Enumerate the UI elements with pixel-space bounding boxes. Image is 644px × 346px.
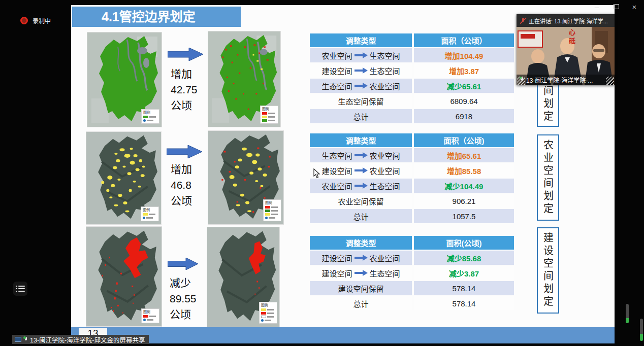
row-label: 农业空间: [370, 253, 400, 263]
row-label: 农业空间: [370, 165, 400, 176]
maximize-button[interactable]: [609, 1, 623, 12]
column-header: 面积(公顷): [414, 236, 514, 250]
screen-share-banner: 13-闽江学院-海洋学院-邱文金的屏幕共享: [12, 335, 149, 344]
table-construction-space: 调整类型面积(公顷) 建设空间农业空间减少85.68 建设空间生态空间减少3.8…: [310, 236, 514, 312]
row-label: 生态空间: [321, 81, 352, 91]
area-value: 6918: [456, 112, 472, 121]
map-agricultural-before: 图例: [86, 132, 161, 224]
recording-indicator: 录制中: [20, 16, 51, 25]
row-label: 农业空间: [370, 81, 400, 91]
map-agricultural-after: 图例: [208, 131, 283, 224]
row-label: 建设空间: [321, 253, 352, 263]
table-ecological-space: 调整类型面积（公顷） 农业空间生态空间增加104.49 建设空间生态空间增加3.…: [310, 33, 514, 124]
area-value: 减少65.61: [447, 81, 481, 91]
transition-arrow-3: [168, 258, 198, 272]
transition-arrow-1: [168, 48, 203, 63]
legend-swatch-red: [261, 312, 266, 315]
video-thumbnail: 心砥 13-闽江学院-海洋学院-...: [517, 27, 615, 85]
row-label: 生态空间: [321, 150, 352, 161]
table-row: 生态空间农业空间增加65.61: [310, 148, 514, 162]
map-legend: 图例: [141, 308, 159, 323]
area-value: 减少85.68: [447, 253, 481, 263]
row-label: 生态空间保留: [338, 96, 383, 107]
area-value: 增加3.87: [449, 65, 479, 76]
legend-swatch-white: [261, 316, 266, 318]
area-value: 906.21: [453, 197, 476, 205]
resize-handle-right[interactable]: [606, 77, 614, 85]
column-header: 调整类型: [310, 236, 412, 250]
row-label: 建设空间: [321, 165, 352, 176]
speaker-header: 正在讲话: 13-闽江学院-海洋学...: [517, 14, 615, 27]
row-label: 农业空间: [321, 50, 352, 61]
area-value: 6809.64: [450, 97, 477, 106]
side-label-text: 间划定: [541, 85, 556, 123]
area-value: 减少3.87: [449, 268, 479, 279]
table-row: 建设空间农业空间增加85.58: [310, 163, 514, 178]
audio-level-meter: [640, 319, 643, 341]
member-list-button[interactable]: [13, 282, 27, 296]
area-value: 增加85.58: [447, 165, 481, 176]
legend-title: 图例: [143, 208, 157, 212]
speaker-name-label: 13-闽江学院-海洋学院-...: [526, 76, 593, 84]
table-row: 建设空间保留578.14: [310, 281, 514, 295]
legend-village-icon: [143, 217, 145, 219]
right-arrow-icon: [355, 83, 368, 89]
side-label-text: 农业空间划定: [541, 140, 556, 216]
legend-title: 图例: [143, 111, 157, 115]
side-label-agricultural: 农业空间划定: [537, 134, 559, 221]
area-value: 增加65.61: [447, 150, 481, 161]
table-row: 农业空间生态空间增加104.49: [310, 48, 514, 62]
legend-village-icon: [265, 217, 268, 219]
right-arrow-icon: [355, 67, 368, 74]
row-label: 建设空间: [321, 65, 352, 76]
mic-active-icon: [23, 336, 28, 343]
legend-swatch-red: [143, 315, 148, 318]
table-row: 生态空间保留6809.64: [310, 94, 514, 108]
side-label-ecological: 间划定: [537, 81, 559, 127]
legend-swatch-green: [265, 210, 270, 212]
legend-title: 图例: [265, 201, 279, 205]
table-row: 农业空间生态空间减少104.49: [310, 179, 514, 193]
legend-village-icon: [261, 319, 264, 322]
recording-dot-icon: [20, 17, 28, 24]
map-change-label-3: 减少 89.55 公顷: [170, 275, 210, 322]
close-button[interactable]: ×: [628, 1, 641, 12]
right-arrow-icon: [355, 152, 368, 158]
map-change-label-1: 增加 42.75 公顷: [171, 66, 211, 113]
mic-muted-icon: [521, 17, 526, 24]
legend-swatch-yellow: [265, 213, 270, 216]
table-row: 建设空间农业空间减少85.68: [310, 251, 514, 265]
legend-title: 图例: [262, 107, 276, 111]
row-label: 农业空间: [370, 150, 400, 161]
row-label: 农业空间: [321, 181, 352, 191]
legend-swatch-yellow: [262, 116, 267, 118]
screen-share-icon: [15, 337, 21, 342]
right-arrow-icon: [355, 183, 368, 189]
legend-title: 图例: [261, 303, 275, 307]
area-value: 增加104.49: [445, 50, 484, 61]
wall-banner-text: 心砥: [567, 29, 576, 46]
right-arrow-icon: [355, 167, 368, 174]
legend-swatch-yellow: [261, 308, 266, 311]
mouse-cursor: [313, 168, 320, 181]
column-header: 面积（公顷): [414, 133, 514, 147]
row-label: 建设空间: [321, 268, 352, 279]
table-row: 农业空间保留906.21: [310, 194, 514, 208]
side-label-construction: 建设空间划定: [537, 227, 559, 314]
transition-arrow-2: [167, 145, 202, 160]
speaker-caption: 13-闽江学院-海洋学院-...: [517, 75, 615, 85]
row-label: 建设空间保留: [338, 283, 383, 294]
column-header: 调整类型: [310, 33, 412, 47]
legend-swatch-yellow: [143, 213, 148, 216]
maximize-icon: [614, 4, 619, 9]
area-value: 1057.5: [453, 212, 476, 221]
table-row: 总计1057.5: [310, 209, 514, 223]
minimize-button[interactable]: –: [590, 1, 603, 12]
screen-share-label: 13-闽江学院-海洋学院-邱文金的屏幕共享: [30, 335, 145, 344]
resize-handle-left[interactable]: [517, 77, 525, 85]
map-change-label-2: 增加 46.8 公顷: [171, 161, 211, 209]
slide-title: 4.1管控边界划定: [72, 7, 241, 27]
table-row: 建设空间生态空间减少3.87: [310, 266, 514, 280]
map-ecological-after: 图例: [208, 31, 280, 127]
speaker-video-panel[interactable]: 正在讲话: 13-闽江学院-海洋学... 心砥: [517, 14, 615, 85]
